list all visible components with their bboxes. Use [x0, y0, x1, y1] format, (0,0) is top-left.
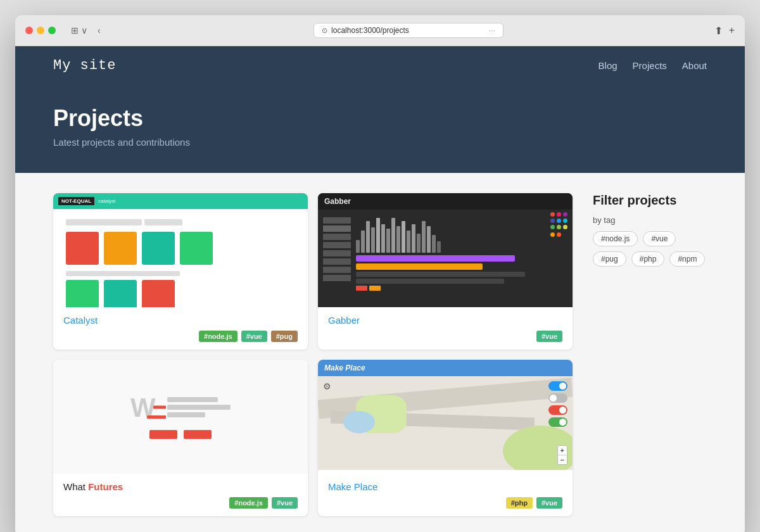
gabber-info: Gabber #vue: [318, 307, 573, 350]
catalyst-header: NOT-EQUAL catalyst: [53, 193, 308, 209]
makeplace-tags: #php #vue: [328, 497, 562, 509]
makeplace-title[interactable]: Make Place: [328, 481, 562, 492]
whatfutures-tags: #node.js #vue: [63, 497, 298, 509]
traffic-lights: [25, 27, 56, 34]
gabber-progress-orange: [356, 263, 483, 270]
wf-logo-area: W: [130, 395, 231, 420]
gabber-preview: Gabber: [318, 193, 573, 307]
filter-by-label: by tag: [593, 215, 707, 225]
filter-tag-nodejs[interactable]: #node.js: [593, 231, 638, 246]
catalyst-tag-pug[interactable]: #pug: [271, 331, 298, 342]
nav-about[interactable]: About: [682, 60, 707, 71]
gabber-left-tracks: [323, 215, 351, 298]
map-zoom-controls: + −: [557, 445, 567, 465]
catalyst-tag-nodejs[interactable]: #node.js: [199, 331, 238, 342]
site: My site Blog Projects About Projects Lat…: [15, 46, 745, 532]
zoom-out-button[interactable]: −: [558, 455, 567, 464]
filter-tag-npm[interactable]: #npm: [669, 251, 705, 267]
whatfutures-preview: W: [53, 360, 308, 474]
gabber-small-bars: [356, 286, 567, 291]
wf-red-bars: [149, 430, 212, 439]
makeplace-preview: Make Place: [318, 360, 573, 474]
filter-tag-vue[interactable]: #vue: [643, 231, 676, 246]
whatfutures-tag-vue[interactable]: #vue: [272, 497, 298, 509]
gabber-tag-vue[interactable]: #vue: [536, 331, 562, 342]
minimize-button[interactable]: [37, 27, 44, 34]
url-bar: ⊙ localhost:3000/projects ···: [111, 23, 707, 38]
more-icon: ···: [489, 26, 495, 35]
sidebar-toggle-button[interactable]: ⊞ ∨: [68, 24, 90, 37]
zoom-in-button[interactable]: +: [558, 446, 567, 455]
makeplace-controls: [548, 381, 567, 427]
catalyst-tags: #node.js #vue #pug: [63, 331, 298, 342]
toggle-1[interactable]: [548, 381, 567, 391]
browser-controls: ⊞ ∨ ‹: [68, 24, 103, 37]
gear-icon[interactable]: ⚙: [323, 381, 331, 391]
site-logo: My site: [53, 58, 116, 73]
makeplace-info: Make Place #php #vue: [318, 474, 573, 516]
catalyst-body: [58, 214, 303, 307]
what-text: What: [63, 481, 88, 492]
whatfutures-info: What Futures #node.js #vue: [53, 474, 308, 516]
filter-title: Filter projects: [593, 193, 707, 208]
gabber-dots-container: [550, 212, 567, 237]
makeplace-tag-vue[interactable]: #vue: [536, 497, 562, 509]
site-main: NOT-EQUAL catalyst: [15, 173, 745, 532]
browser-titlebar: ⊞ ∨ ‹ ⊙ localhost:3000/projects ··· ⬆ +: [15, 15, 745, 46]
gabber-main-area: [356, 215, 567, 298]
catalyst-info: Catalyst #node.js #vue #pug: [53, 307, 308, 350]
nav-projects[interactable]: Projects: [633, 60, 667, 71]
whatfutures-title-container[interactable]: What Futures: [63, 481, 298, 492]
catalyst-color-rects2: [66, 280, 295, 307]
gabber-waveform: [356, 215, 567, 253]
makeplace-tag-php[interactable]: #php: [506, 497, 533, 509]
gabber-title-text: Gabber: [324, 197, 351, 206]
toggle-2[interactable]: [548, 393, 567, 403]
projects-grid: NOT-EQUAL catalyst: [53, 193, 573, 516]
new-tab-button[interactable]: +: [729, 25, 735, 37]
makeplace-header: Make Place: [318, 360, 573, 376]
back-button[interactable]: ‹: [95, 24, 103, 37]
browser-window: ⊞ ∨ ‹ ⊙ localhost:3000/projects ··· ⬆ + …: [15, 15, 745, 532]
catalyst-title[interactable]: Catalyst: [63, 315, 298, 326]
catalyst-bar-row1: [66, 219, 295, 225]
share-button[interactable]: ⬆: [714, 25, 723, 37]
nav-blog[interactable]: Blog: [598, 60, 618, 71]
nav-links: Blog Projects About: [598, 60, 707, 71]
catalyst-logo-badge: NOT-EQUAL: [58, 197, 94, 205]
filter-tags-container: #node.js #vue #pug #php #npm: [593, 231, 707, 267]
gabber-body: [318, 210, 573, 303]
gabber-title[interactable]: Gabber: [328, 315, 562, 326]
project-card-catalyst: NOT-EQUAL catalyst: [53, 193, 308, 350]
gabber-tags: #vue: [328, 331, 562, 342]
close-button[interactable]: [25, 27, 33, 34]
site-nav: My site Blog Projects About: [15, 46, 745, 85]
filter-sidebar: Filter projects by tag #node.js #vue #pu…: [593, 193, 707, 516]
toggle-4[interactable]: [548, 417, 567, 427]
catalyst-bar-row2: [66, 271, 295, 276]
site-hero: Projects Latest projects and contributio…: [15, 85, 745, 173]
project-card-whatfutures: W: [53, 360, 308, 516]
page-subtitle: Latest projects and contributions: [53, 137, 707, 148]
makeplace-map: ⚙ + −: [318, 376, 573, 470]
catalyst-color-rects: [66, 232, 295, 265]
catalyst-tag-vue[interactable]: #vue: [241, 331, 267, 342]
futures-text: Futures: [88, 481, 123, 492]
project-card-gabber: Gabber: [318, 193, 573, 350]
filter-tag-pug[interactable]: #pug: [593, 251, 626, 267]
catalyst-preview: NOT-EQUAL catalyst: [53, 193, 308, 307]
wf-text-lines: [167, 397, 231, 417]
whatfutures-tag-nodejs[interactable]: #node.js: [229, 497, 268, 509]
catalyst-logo-text: catalyst: [98, 198, 115, 204]
toggle-3[interactable]: [548, 405, 567, 415]
url-input[interactable]: ⊙ localhost:3000/projects ···: [314, 23, 504, 38]
url-text: localhost:3000/projects: [331, 26, 409, 35]
wf-w-icon: W: [130, 395, 161, 420]
browser-actions: ⬆ +: [714, 25, 735, 37]
project-card-makeplace: Make Place: [318, 360, 573, 516]
filter-tag-php[interactable]: #php: [631, 251, 665, 267]
maximize-button[interactable]: [48, 27, 56, 34]
gabber-progress-gray1: [356, 272, 525, 277]
page-title: Projects: [53, 105, 707, 132]
gabber-progress-gray2: [356, 279, 504, 284]
